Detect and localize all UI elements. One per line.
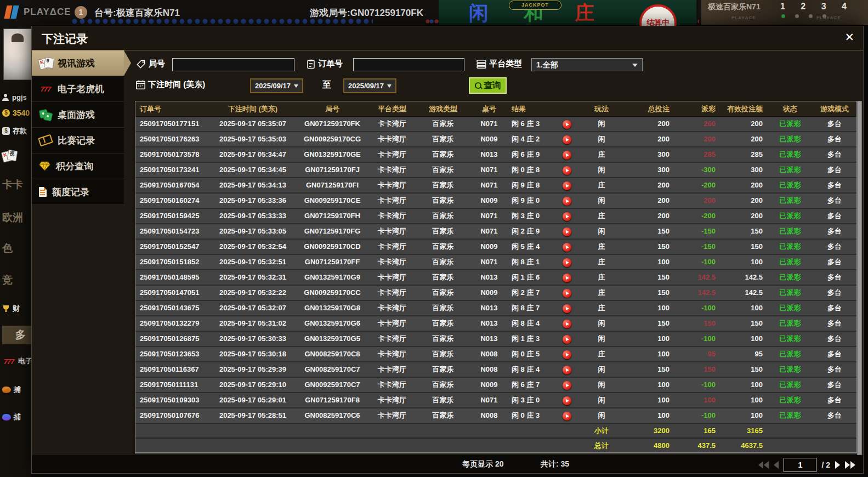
lobby-item-slots[interactable]: 777电子 — [2, 356, 31, 366]
sidebar-item-video-games[interactable]: K9视讯游戏 — [32, 50, 124, 76]
play-icon — [566, 138, 569, 141]
replay-button[interactable] — [563, 258, 571, 267]
chip-strip — [71, 18, 373, 25]
column-header: 总投注 — [627, 101, 678, 116]
lobby-item-jing[interactable]: 竞 — [2, 273, 13, 287]
lobby-item-europe[interactable]: 欧洲 — [2, 211, 23, 225]
screen: PLAYΔCE 1 台号:极速百家乐N71 游戏局号:GN071259170FK… — [0, 0, 868, 477]
game-round-label: 游戏局号:GN071259170FK — [310, 7, 423, 19]
table-scrollbar[interactable] — [857, 101, 862, 455]
last-page-button[interactable] — [845, 461, 855, 469]
replay-button[interactable] — [563, 166, 571, 175]
per-page-label: 每页显示 20 — [462, 459, 503, 469]
lobby-item-wealth[interactable]: 财 — [2, 304, 20, 314]
lobby-item-kaka[interactable]: 卡卡 — [2, 178, 23, 192]
next-page-button[interactable] — [835, 461, 840, 469]
replay-button[interactable] — [563, 381, 571, 390]
watermark: PLAYΔCE — [816, 15, 841, 20]
replay-button[interactable] — [563, 396, 571, 405]
lobby-item-se[interactable]: 色 — [2, 241, 13, 255]
table-row: 2509170501732412025-09-17 05:34:45GN0712… — [135, 163, 856, 178]
order-number-input[interactable] — [353, 58, 464, 71]
trophy-icon — [2, 305, 10, 313]
chevron-down-icon — [294, 84, 298, 88]
fish-icon — [2, 414, 11, 421]
platform-icon — [476, 60, 486, 69]
close-icon[interactable]: ✕ — [844, 31, 854, 44]
replay-button[interactable] — [563, 135, 571, 144]
prev-page-button[interactable] — [774, 461, 779, 469]
replay-button[interactable] — [563, 320, 571, 328]
modal-sidebar: K9视讯游戏777电子老虎机桌面游戏比赛记录积分查询额度记录 — [32, 50, 124, 205]
replay-button[interactable] — [563, 120, 571, 129]
column-header: 游戏模式 — [811, 101, 858, 116]
table-row: 2509170501485952025-09-17 05:32:31GN0132… — [135, 270, 856, 286]
cards-icon: K9 — [39, 58, 52, 69]
deposit-icon: $ — [2, 127, 10, 135]
date-to-picker[interactable]: 2025/09/17 — [343, 78, 396, 93]
sidebar-item-match-records[interactable]: 比赛记录 — [32, 128, 124, 154]
bet-player-label[interactable]: 闲 — [469, 2, 489, 24]
replay-button[interactable] — [563, 335, 571, 344]
table-number-badge: 1 — [75, 6, 87, 19]
bet-records-table: 订单号下注时间 (美东)局号平台类型游戏类型桌号结果玩法总投注派彩有效投注额状态… — [135, 101, 857, 453]
play-icon — [566, 169, 569, 172]
replay-button[interactable] — [563, 274, 571, 282]
replay-button[interactable] — [563, 228, 571, 236]
round-number-input[interactable] — [172, 58, 294, 71]
replay-button[interactable] — [563, 243, 571, 252]
replay-button[interactable] — [563, 181, 571, 190]
cards-icon: K视 — [2, 150, 15, 161]
column-header: 订单号 — [135, 101, 207, 116]
first-page-button[interactable] — [758, 461, 769, 469]
replay-button[interactable] — [563, 289, 571, 298]
replay-button[interactable] — [563, 350, 571, 359]
table-row: 2509170501602742025-09-17 05:33:36GN0092… — [135, 194, 856, 209]
table-row: 2509170501735782025-09-17 05:34:47GN0132… — [135, 147, 856, 163]
page-total-label: / 2 — [821, 461, 830, 469]
slot-777-icon: 777 — [2, 357, 15, 366]
date-from-picker[interactable]: 2025/09/17 — [250, 78, 303, 93]
table-row: 2509170501670542025-09-17 05:34:13GN0712… — [135, 178, 856, 194]
subtotal-row: 小计32001653165 — [135, 424, 856, 439]
seat-numbers: 1 2 3 4 — [780, 2, 853, 12]
sidebar-item-slots[interactable]: 777电子老虎机 — [32, 76, 124, 102]
avatar[interactable] — [3, 29, 31, 80]
replay-button[interactable] — [563, 304, 571, 313]
platform-type-select[interactable]: 1.全部 — [531, 58, 643, 71]
replay-button[interactable] — [563, 412, 571, 421]
lobby-item-deposit[interactable]: $存款 — [2, 126, 27, 136]
table-row: 2509170501762632025-09-17 05:35:03GN0092… — [135, 132, 856, 147]
lobby-item-fishing2[interactable]: 捕 — [2, 412, 21, 422]
per-page-value[interactable]: 20 — [495, 459, 504, 468]
table-row: 2509170501525472025-09-17 05:32:54GN0092… — [135, 240, 856, 255]
table-row: 2509170501771512025-09-17 05:35:07GN0712… — [135, 117, 856, 132]
table-row: 2509170501076762025-09-17 05:28:51GN0082… — [135, 408, 856, 424]
play-icon — [566, 414, 569, 418]
table-row: 2509170501268752025-09-17 05:30:33GN0132… — [135, 332, 856, 347]
page-number-input[interactable] — [784, 458, 816, 472]
replay-button[interactable] — [563, 212, 571, 221]
play-icon — [566, 368, 569, 372]
sidebar-item-quota-records[interactable]: 额度记录 — [32, 179, 124, 205]
replay-button[interactable] — [563, 366, 571, 374]
sidebar-item-table-games[interactable]: 桌面游戏 — [32, 102, 124, 128]
modal-title: 下注记录 — [42, 31, 88, 47]
chevron-down-icon — [632, 64, 638, 67]
replay-button[interactable] — [563, 151, 571, 160]
play-icon — [566, 307, 569, 310]
search-button[interactable]: 查询 — [469, 77, 507, 94]
lobby-item-duo[interactable]: 多 — [2, 326, 31, 344]
tag-icon — [136, 59, 146, 69]
bet-banker-label[interactable]: 庄 — [575, 2, 594, 24]
bet-records-modal: 下注记录 ✕ K9视讯游戏777电子老虎机桌面游戏比赛记录积分查询额度记录 局号… — [31, 26, 864, 474]
lobby-item-balance[interactable]: $3540 — [2, 109, 30, 117]
column-header: 结果 — [510, 101, 558, 116]
replay-button[interactable] — [563, 197, 571, 206]
pagination: / 2 — [758, 458, 855, 472]
table-row: 2509170501518522025-09-17 05:32:51GN0712… — [135, 255, 856, 270]
lobby-item-user[interactable]: pgjs — [2, 93, 27, 101]
lobby-item-video[interactable]: K视 — [2, 150, 18, 161]
lobby-item-fishing1[interactable]: 捕 — [2, 385, 21, 395]
sidebar-item-points-query[interactable]: 积分查询 — [32, 154, 124, 179]
